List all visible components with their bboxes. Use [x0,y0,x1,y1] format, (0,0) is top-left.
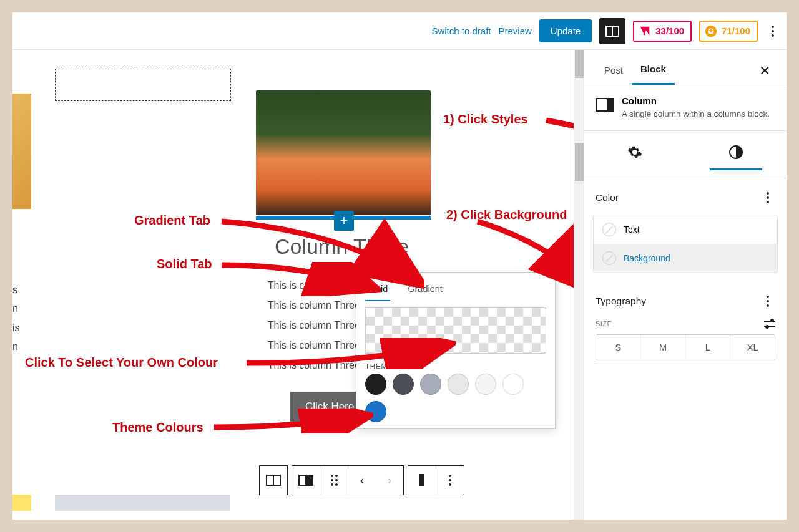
update-button[interactable]: Update [539,19,592,42]
annotation-gradient-tab: Gradient Tab [134,213,210,228]
toolbar-column-select-button[interactable] [292,466,320,495]
cropped-text-left: s n is n [12,281,20,357]
column-icon [266,475,281,486]
color-picker-popover: Solid Gradient THEME [356,272,556,429]
view-toggle-button[interactable] [599,18,625,44]
column-hero-image[interactable] [256,90,431,215]
seo-red-icon [638,24,652,38]
toolbar-move-left[interactable]: ‹ [348,466,376,495]
tab-solid[interactable]: Solid [365,280,390,301]
block-name: Column [622,95,770,106]
typography-panel: Typography SIZE S M L XL [584,282,787,372]
theme-color-3[interactable] [420,374,441,395]
color-panel-options[interactable] [760,187,775,208]
theme-color-4[interactable] [448,374,469,395]
annotation-theme-colours: Theme Colours [112,420,203,435]
color-row-background[interactable]: Background [594,244,777,273]
settings-sidebar: Post Block ✕ Column A single column with… [584,50,787,520]
column-block-icon [596,98,614,112]
arrow-click-styles [543,117,574,192]
seo-score-badge-orange[interactable]: 71/100 [699,21,758,42]
typography-panel-options[interactable] [760,291,775,312]
grey-strip [55,495,230,511]
tab-gradient[interactable]: Gradient [405,280,445,301]
annotation-solid-tab: Solid Tab [157,257,212,271]
seo-orange-icon [704,24,718,38]
toolbar-drag-handle[interactable] [320,466,348,495]
editor-canvas[interactable]: s n is n + Column Three This is column T… [12,50,574,520]
text-color-swatch [602,223,616,236]
chevron-left-icon: ‹ [360,474,364,487]
block-toolbar: ‹ › [259,465,464,495]
theme-color-5[interactable] [475,374,496,395]
column-filled-icon [298,475,313,486]
size-label: SIZE [596,320,612,327]
toolbar-block-type-button[interactable] [260,466,287,495]
color-panel-title: Color [596,192,619,203]
canvas-scrollbar[interactable] [574,50,584,520]
annotation-click-background: 2) Click Background [446,208,567,222]
theme-color-row [356,374,555,428]
size-s[interactable]: S [596,335,640,360]
cropped-image-left [12,94,31,209]
sidebar-tabs: Post Block ✕ [584,50,787,85]
align-icon [419,474,424,486]
toolbar-align-button[interactable] [408,466,436,495]
add-block-button[interactable]: + [334,211,354,231]
theme-color-7[interactable] [365,401,386,422]
size-slider-icon[interactable] [764,319,775,328]
tab-post[interactable]: Post [596,59,632,84]
column-title[interactable]: Column Three [275,235,409,259]
size-button-group: S M L XL [596,334,775,360]
color-row-text[interactable]: Text [594,215,777,244]
column-body-text[interactable]: This is column Three. This is column Thr… [259,276,371,375]
size-xl[interactable]: XL [730,335,775,360]
background-color-swatch [602,251,616,265]
custom-color-swatch[interactable] [365,307,546,354]
settings-mode-tabs [584,131,787,178]
chevron-right-icon: › [388,474,391,487]
columns-view-icon [605,26,619,37]
color-panel: Color Text Background [584,178,787,282]
annotation-own-colour: Click To Select Your Own Colour [25,355,218,370]
more-options-button[interactable] [765,21,780,42]
toolbar-move-right[interactable]: › [376,466,403,495]
contrast-icon [728,145,743,160]
seo-score-badge-red[interactable]: 33/100 [633,21,692,42]
editor-main: s n is n + Column Three This is column T… [12,50,787,520]
scrollbar-thumb[interactable] [575,143,584,181]
yellow-strip [12,495,31,511]
theme-color-1[interactable] [365,374,386,395]
drag-icon [331,475,338,486]
scrollbar-thumb-top[interactable] [575,50,584,78]
toolbar-more-button[interactable] [436,466,464,495]
sidebar-close-button[interactable]: ✕ [754,60,775,82]
block-description: A single column within a columns block. [622,109,770,120]
size-m[interactable]: M [640,335,685,360]
empty-block-placeholder[interactable] [55,69,231,101]
editor-topbar: Switch to draft Preview Update 33/100 71… [12,12,787,50]
typography-panel-title: Typography [596,296,646,307]
switch-to-draft-link[interactable]: Switch to draft [431,26,491,36]
tab-block[interactable]: Block [632,57,675,85]
theme-label: THEME [356,357,555,374]
preview-link[interactable]: Preview [498,26,531,36]
tab-settings-general[interactable] [609,138,661,170]
theme-color-6[interactable] [502,374,524,395]
block-info-section: Column A single column within a columns … [584,85,787,131]
size-l[interactable]: L [685,335,730,360]
gear-icon [627,145,642,160]
theme-color-2[interactable] [393,374,414,395]
editor-window: Switch to draft Preview Update 33/100 71… [12,12,787,520]
tab-settings-styles[interactable] [710,138,762,170]
annotation-click-styles: 1) Click Styles [443,112,528,127]
